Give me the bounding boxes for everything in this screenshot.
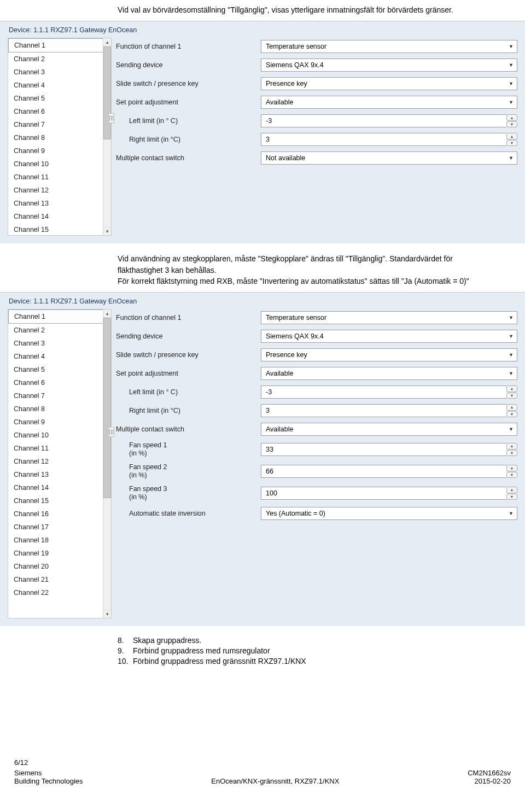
channel-item[interactable]: Channel 9 <box>8 416 111 429</box>
mid-text: Vid användning av stegkopplaren, måste "… <box>118 243 470 292</box>
chevron-down-icon: ▼ <box>509 62 514 68</box>
channel-item[interactable]: Channel 5 <box>8 92 111 105</box>
left-limit-spinner[interactable]: ▲▼ <box>261 114 517 127</box>
channel-item[interactable]: Channel 6 <box>8 376 111 389</box>
channel-item[interactable]: Channel 22 <box>8 586 111 599</box>
channel-item[interactable]: Channel 4 <box>8 79 111 92</box>
setp-dropdown[interactable]: Available ▼ <box>261 96 517 109</box>
chevron-down-icon: ▼ <box>509 352 514 358</box>
multi-value: Available <box>266 425 294 433</box>
resize-grip[interactable] <box>108 427 114 437</box>
send-dropdown[interactable]: Siemens QAX 9x.4 ▼ <box>261 330 517 343</box>
func-label: Function of channel 1 <box>116 314 261 322</box>
fan-speed-1-input[interactable] <box>261 443 506 456</box>
channel-item[interactable]: Channel 8 <box>8 402 111 416</box>
fan-speed-3-spinner[interactable]: ▲▼ <box>261 487 517 500</box>
channel-item[interactable]: Channel 16 <box>8 507 111 521</box>
asi-dropdown[interactable]: Yes (Automatic = 0) ▼ <box>261 507 517 520</box>
spin-down-icon[interactable]: ▼ <box>506 140 517 147</box>
fan-speed-2-spinner[interactable]: ▲▼ <box>261 465 517 478</box>
spin-down-icon[interactable]: ▼ <box>506 393 517 399</box>
fan-speed-3-input[interactable] <box>261 487 506 500</box>
scrollbar[interactable]: ▴ ▾ <box>103 309 111 618</box>
channel-item[interactable]: Channel 19 <box>8 547 111 560</box>
channel-item[interactable]: Channel 20 <box>8 560 111 573</box>
left-limit-spinner[interactable]: ▲▼ <box>261 385 517 399</box>
channel-item[interactable]: Channel 21 <box>8 573 111 586</box>
left-limit-input[interactable] <box>261 385 506 399</box>
spin-down-icon[interactable]: ▼ <box>506 411 517 418</box>
spin-up-icon[interactable]: ▲ <box>506 465 517 471</box>
chevron-down-icon: ▼ <box>509 155 514 161</box>
channel-item[interactable]: Channel 6 <box>8 105 111 118</box>
channel-item[interactable]: Channel 11 <box>8 442 111 455</box>
channel-item[interactable]: Channel 18 <box>8 534 111 547</box>
channel-list[interactable]: Channel 1Channel 2Channel 3Channel 4Chan… <box>8 309 112 618</box>
scrollbar[interactable]: ▴ ▾ <box>103 38 111 235</box>
channel-item[interactable]: Channel 12 <box>8 455 111 468</box>
channel-item[interactable]: Channel 5 <box>8 363 111 376</box>
scroll-down-icon[interactable]: ▾ <box>103 610 111 618</box>
channel-list[interactable]: Channel 1Channel 2Channel 3Channel 4Chan… <box>8 38 112 236</box>
slide-dropdown[interactable]: Presence key ▼ <box>261 348 517 361</box>
scroll-thumb[interactable] <box>103 318 111 498</box>
func-dropdown[interactable]: Temperature sensor ▼ <box>261 311 517 324</box>
right-limit-input[interactable] <box>261 133 506 146</box>
fan-speed-2-input[interactable] <box>261 465 506 478</box>
spin-up-icon[interactable]: ▲ <box>506 487 517 493</box>
scroll-up-icon[interactable]: ▴ <box>103 309 111 318</box>
right-limit-spinner[interactable]: ▲▼ <box>261 404 517 417</box>
slide-dropdown[interactable]: Presence key ▼ <box>261 77 517 90</box>
scroll-thumb[interactable] <box>103 46 111 139</box>
spin-up-icon[interactable]: ▲ <box>506 133 517 139</box>
spin-down-icon[interactable]: ▼ <box>506 450 517 457</box>
intro-text: Vid val av börvärdesomställning "Tillgän… <box>118 0 470 21</box>
channel-item[interactable]: Channel 8 <box>8 131 111 144</box>
channel-item[interactable]: Channel 1 <box>8 309 111 324</box>
spin-up-icon[interactable]: ▲ <box>506 114 517 121</box>
func-dropdown[interactable]: Temperature sensor ▼ <box>261 40 517 53</box>
spin-up-icon[interactable]: ▲ <box>506 385 517 392</box>
spin-down-icon[interactable]: ▼ <box>506 494 517 500</box>
channel-item[interactable]: Channel 4 <box>8 350 111 363</box>
config-panel-2: Device: 1.1.1 RXZ97.1 Gateway EnOcean Ch… <box>0 292 525 626</box>
send-label: Sending device <box>116 61 261 69</box>
send-dropdown[interactable]: Siemens QAX 9x.4 ▼ <box>261 59 517 72</box>
channel-item[interactable]: Channel 3 <box>8 66 111 79</box>
chevron-down-icon: ▼ <box>509 81 514 86</box>
fan-speed-1-spinner[interactable]: ▲▼ <box>261 443 517 456</box>
channel-item[interactable]: Channel 15 <box>8 494 111 507</box>
channel-item[interactable]: Channel 13 <box>8 197 111 210</box>
send-value: Siemens QAX 9x.4 <box>266 61 324 69</box>
channel-item[interactable]: Channel 14 <box>8 481 111 494</box>
channel-item[interactable]: Channel 10 <box>8 429 111 442</box>
scroll-down-icon[interactable]: ▾ <box>103 227 111 235</box>
channel-item[interactable]: Channel 13 <box>8 468 111 481</box>
channel-item[interactable]: Channel 10 <box>8 157 111 171</box>
channel-item[interactable]: Channel 2 <box>8 324 111 337</box>
channel-item[interactable]: Channel 3 <box>8 337 111 350</box>
spin-down-icon[interactable]: ▼ <box>506 472 517 478</box>
setp-dropdown[interactable]: Available ▼ <box>261 367 517 380</box>
multi-dropdown[interactable]: Available ▼ <box>261 423 517 436</box>
multi-dropdown[interactable]: Not available ▼ <box>261 151 517 165</box>
scroll-up-icon[interactable]: ▴ <box>103 38 111 46</box>
channel-item[interactable]: Channel 7 <box>8 118 111 131</box>
resize-grip[interactable] <box>108 113 114 123</box>
channel-item[interactable]: Channel 14 <box>8 210 111 223</box>
spin-up-icon[interactable]: ▲ <box>506 404 517 411</box>
right-limit-spinner[interactable]: ▲▼ <box>261 133 517 146</box>
setp-value: Available <box>266 98 294 106</box>
channel-item[interactable]: Channel 7 <box>8 389 111 402</box>
channel-item[interactable]: Channel 15 <box>8 223 111 235</box>
channel-item[interactable]: Channel 11 <box>8 171 111 184</box>
channel-item[interactable]: Channel 2 <box>8 52 111 66</box>
left-limit-input[interactable] <box>261 114 506 127</box>
channel-item[interactable]: Channel 9 <box>8 144 111 157</box>
channel-item[interactable]: Channel 17 <box>8 521 111 534</box>
right-limit-input[interactable] <box>261 404 506 417</box>
channel-item[interactable]: Channel 1 <box>8 38 111 52</box>
spin-down-icon[interactable]: ▼ <box>506 121 517 128</box>
channel-item[interactable]: Channel 12 <box>8 184 111 197</box>
spin-up-icon[interactable]: ▲ <box>506 443 517 449</box>
